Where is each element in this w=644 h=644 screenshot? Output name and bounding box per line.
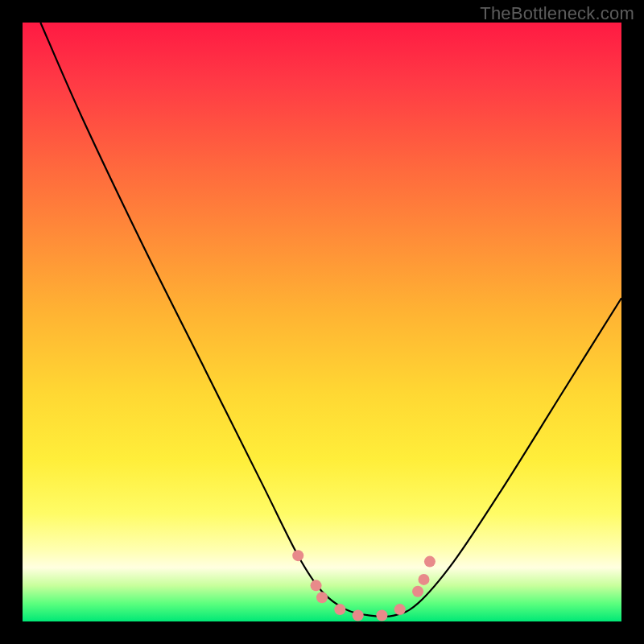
marker-dot bbox=[418, 574, 429, 585]
marker-dot bbox=[311, 580, 322, 591]
marker-dot bbox=[424, 556, 436, 568]
marker-dot bbox=[394, 604, 406, 615]
marker-dot bbox=[316, 592, 328, 603]
bottleneck-curve bbox=[40, 23, 621, 617]
marker-dot bbox=[353, 610, 364, 621]
marker-dot bbox=[412, 586, 423, 597]
watermark-text: TheBottleneck.com bbox=[480, 3, 634, 24]
marker-dot bbox=[334, 604, 345, 615]
curve-svg bbox=[23, 23, 621, 621]
marker-dot bbox=[292, 550, 303, 561]
lowpoint-markers bbox=[292, 550, 436, 621]
marker-dot bbox=[376, 610, 387, 621]
plot-area bbox=[23, 23, 621, 621]
chart-frame: TheBottleneck.com bbox=[0, 0, 644, 644]
